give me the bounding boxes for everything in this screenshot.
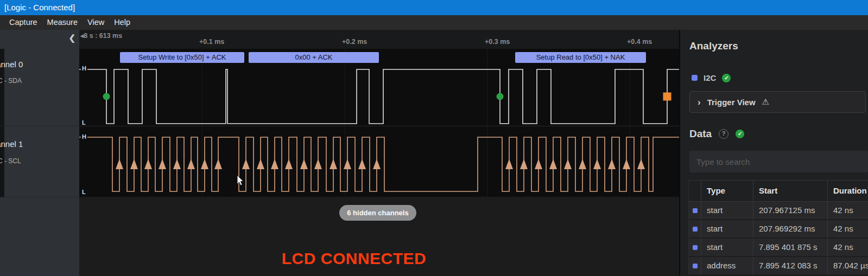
row-marker-icon [693,245,698,250]
menu-capture[interactable]: Capture [4,15,42,30]
table-header-duration[interactable]: Duration [827,181,868,201]
table-header-row: Type Start Duration [689,180,868,202]
row-marker-icon [693,208,698,213]
table-header-icon-col [689,181,701,201]
row-marker-icon [693,227,698,232]
table-row[interactable]: start 207.969292 ms 42 ns [689,220,868,239]
status-text: LCD CONNECTED [275,249,433,268]
check-icon: ✓ [722,74,731,82]
scl-low-label: L [81,189,87,195]
tick-0-1ms: +0.1 ms [199,38,224,46]
data-heading: Data [689,128,712,140]
channel-sidebar: ❮ Channel 0 I2C - SDA Channel 1 I2C - SC… [0,30,79,276]
channel-0-name[interactable]: Channel 0 [0,60,23,69]
tick-0-4ms: +0.4 ms [627,38,652,46]
table-header-type[interactable]: Type [701,181,753,201]
channel-1-name[interactable]: Channel 1 [0,139,23,149]
chevron-right-icon: › [698,98,701,107]
window-title-bar: [Logic - Connected] [0,0,868,15]
channel-edge-strip [0,49,4,197]
table-row[interactable]: start 7.895 401 875 s 42 ns [689,239,868,257]
help-icon[interactable]: ? [719,129,728,139]
analyzers-panel: Analyzers I2C ✓ › Trigger View ⚠ Data ? … [680,30,868,276]
tick-0-2ms: +0.2 ms [342,38,367,46]
i2c-annotation-setup-write[interactable]: Setup Write to [0x50] + ACK [120,52,244,63]
i2c-annotation-data-byte[interactable]: 0x00 + ACK [249,52,379,63]
warning-icon: ⚠ [762,97,769,107]
canvas-footer: 6 hidden channels LCD CONNECTED [79,197,680,276]
menu-measure[interactable]: Measure [42,15,83,30]
table-header-start[interactable]: Start [753,181,827,201]
channel-separator [0,197,79,197]
check-icon: ✓ [736,130,744,138]
analyzer-label: I2C [704,73,716,82]
window-title: [Logic - Connected] [4,3,75,12]
analyzers-heading: Analyzers [689,40,738,52]
waveform-canvas[interactable]: ◂8 s : 613 ms +0.1 ms +0.2 ms +0.3 ms +0… [79,30,680,276]
sda-high-label: H [81,65,87,72]
timeline-origin: ◂8 s : 613 ms [80,31,122,40]
channel-1-role[interactable]: I2C - SCL [0,157,21,165]
i2c-annotation-setup-read[interactable]: Setup Read to [0x50] + NAK [515,52,646,63]
channel-separator [0,126,79,126]
search-input[interactable] [689,151,868,172]
timeline-ruler[interactable]: ◂8 s : 613 ms +0.1 ms +0.2 ms +0.3 ms +0… [79,30,680,49]
hidden-channels-button[interactable]: 6 hidden channels [339,205,416,221]
data-section-header: Data ? ✓ [689,128,744,140]
channel-0-role[interactable]: I2C - SDA [0,77,22,85]
panel-divider[interactable] [679,30,680,276]
analyzer-item-i2c[interactable]: I2C ✓ [692,73,731,82]
trigger-view-expander[interactable]: › Trigger View ⚠ [689,91,866,113]
menu-bar: Capture Measure View Help [0,15,868,30]
collapse-sidebar-icon[interactable]: ❮ [68,33,75,43]
table-row[interactable]: address 7.895 412 083 s 87.042 µs [689,257,868,275]
decoded-data-table: Type Start Duration start 207.967125 ms … [688,180,868,275]
scl-high-label: H [81,133,87,140]
analyzer-color-icon [692,75,698,81]
trigger-view-label: Trigger View [707,98,756,107]
sda-low-label: L [81,119,87,126]
waveform-svg[interactable] [79,49,680,197]
table-row[interactable]: start 207.967125 ms 42 ns [689,202,868,220]
row-marker-icon [693,264,698,268]
menu-help[interactable]: Help [109,15,135,30]
tick-0-3ms: +0.3 ms [485,38,510,46]
menu-view[interactable]: View [83,15,109,30]
